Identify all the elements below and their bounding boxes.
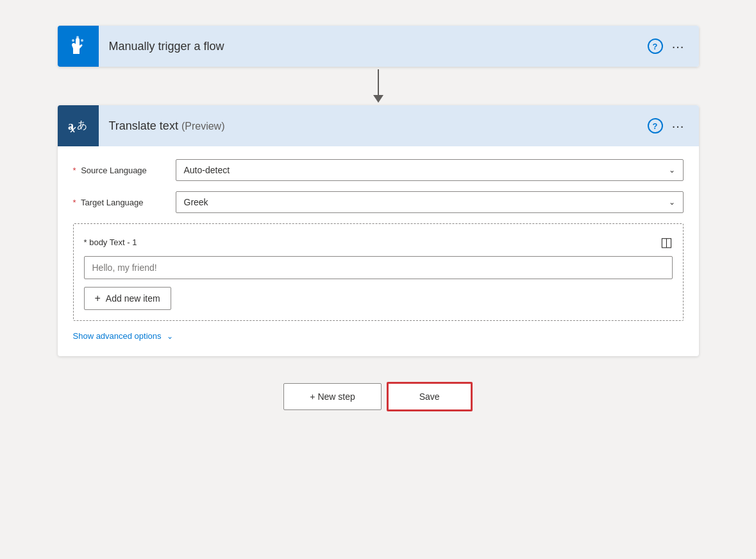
bottom-actions: + New step Save bbox=[58, 382, 699, 411]
target-language-row: * Target Language Greek ⌄ bbox=[73, 191, 684, 213]
trigger-card-title: Manually trigger a flow bbox=[99, 40, 648, 53]
translate-card: a あ Translate text (Preview) ? ··· * bbox=[58, 105, 699, 356]
trigger-card-header: Manually trigger a flow ? ··· bbox=[58, 26, 699, 67]
target-language-label: * Target Language bbox=[73, 198, 176, 207]
add-new-item-label: Add new item bbox=[106, 293, 160, 304]
source-language-control: Auto-detect ⌄ bbox=[176, 159, 684, 181]
trigger-header-actions: ? ··· bbox=[648, 36, 699, 56]
body-text-section: * body Text - 1 ◫ Hello, my friend! + Ad… bbox=[73, 223, 684, 321]
target-language-chevron-icon: ⌄ bbox=[669, 198, 675, 207]
source-language-value: Auto-detect bbox=[184, 165, 230, 175]
flow-connector bbox=[373, 67, 383, 105]
svg-text:あ: あ bbox=[77, 119, 87, 130]
translate-help-button[interactable]: ? bbox=[648, 118, 663, 133]
translate-badge: (Preview) bbox=[181, 121, 225, 132]
translate-title-text: Translate text bbox=[109, 119, 178, 132]
target-language-control: Greek ⌄ bbox=[176, 191, 684, 213]
source-language-row: * Source Language Auto-detect ⌄ bbox=[73, 159, 684, 181]
body-text-header: * body Text - 1 ◫ bbox=[84, 234, 673, 250]
body-text-value: Hello, my friend! bbox=[92, 262, 157, 273]
translate-icon: a あ bbox=[58, 105, 99, 146]
svg-point-1 bbox=[81, 39, 83, 42]
source-language-label: * Source Language bbox=[73, 166, 176, 175]
source-language-chevron-icon: ⌄ bbox=[669, 166, 675, 175]
new-step-button[interactable]: + New step bbox=[283, 383, 381, 410]
translate-header-actions: ? ··· bbox=[648, 116, 699, 136]
source-language-label-text: Source Language bbox=[81, 166, 147, 175]
source-required-star: * bbox=[73, 166, 76, 175]
svg-point-2 bbox=[72, 39, 74, 42]
connector-arrow bbox=[373, 95, 383, 103]
trigger-help-button[interactable]: ? bbox=[648, 39, 663, 54]
save-button[interactable]: Save bbox=[387, 382, 473, 411]
flow-canvas: Manually trigger a flow ? ··· a あ bbox=[58, 26, 699, 411]
plus-icon: + bbox=[95, 293, 101, 304]
advanced-options-toggle[interactable]: Show advanced options ⌄ bbox=[73, 331, 684, 341]
array-icon[interactable]: ◫ bbox=[660, 234, 673, 250]
target-language-value: Greek bbox=[184, 197, 208, 207]
translate-card-title: Translate text (Preview) bbox=[99, 119, 648, 133]
trigger-more-button[interactable]: ··· bbox=[668, 36, 689, 56]
body-text-input[interactable]: Hello, my friend! bbox=[84, 256, 673, 279]
target-language-label-text: Target Language bbox=[81, 198, 144, 207]
advanced-options-label: Show advanced options bbox=[73, 331, 162, 341]
translate-card-body: * Source Language Auto-detect ⌄ * Target… bbox=[58, 146, 699, 356]
translate-card-header: a あ Translate text (Preview) ? ··· bbox=[58, 105, 699, 146]
svg-point-0 bbox=[76, 36, 79, 39]
target-required-star: * bbox=[73, 198, 76, 207]
translate-more-button[interactable]: ··· bbox=[668, 116, 689, 136]
target-language-dropdown[interactable]: Greek ⌄ bbox=[176, 191, 684, 213]
advanced-options-chevron-icon: ⌄ bbox=[167, 332, 173, 341]
source-language-dropdown[interactable]: Auto-detect ⌄ bbox=[176, 159, 684, 181]
add-new-item-button[interactable]: + Add new item bbox=[84, 287, 171, 310]
body-text-label: * body Text - 1 bbox=[84, 237, 137, 247]
trigger-icon bbox=[58, 26, 99, 67]
connector-line bbox=[378, 69, 379, 95]
trigger-card: Manually trigger a flow ? ··· bbox=[58, 26, 699, 67]
